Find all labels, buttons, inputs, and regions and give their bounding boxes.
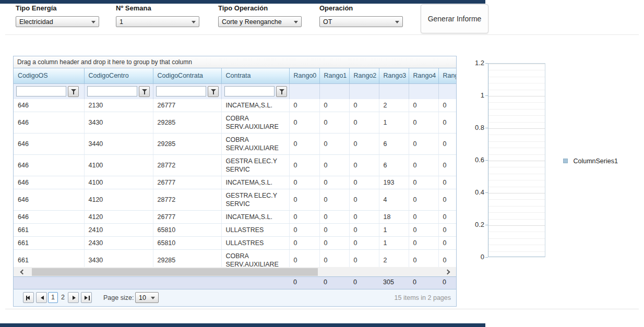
cell: 661 bbox=[14, 250, 84, 268]
column-header-Rango2[interactable]: Rango2 bbox=[349, 68, 379, 83]
filter-cell bbox=[379, 83, 409, 99]
minor-gridline bbox=[488, 167, 545, 167]
group-by-panel[interactable]: Drag a column header and drop it here to… bbox=[14, 56, 456, 68]
minor-gridline bbox=[488, 232, 545, 232]
footer-total-cell: 0 bbox=[319, 277, 349, 287]
filter-input-CodigoCentro[interactable] bbox=[87, 86, 137, 96]
minor-gridline bbox=[488, 180, 545, 180]
minor-gridline bbox=[488, 141, 545, 142]
generate-report-button[interactable]: Generar Informe bbox=[421, 4, 488, 33]
cell: COBRA SERV.AUXILIARE bbox=[221, 250, 289, 268]
table-row[interactable]: 661243065810ULLASTRES000100 bbox=[14, 237, 456, 250]
page-size-select[interactable]: 10 bbox=[135, 292, 159, 303]
table-row[interactable]: 646410028772GESTRA ELEC.Y SERVIC000600 bbox=[14, 155, 456, 176]
table-row[interactable]: 646343029285COBRA SERV.AUXILIARE000100 bbox=[14, 112, 456, 134]
filter-cell bbox=[14, 83, 84, 99]
column-header-Rango1[interactable]: Rango1 bbox=[319, 68, 349, 83]
table-row[interactable]: 646410026777INCATEMA,S.L.00019300 bbox=[14, 176, 456, 189]
minor-gridline bbox=[488, 187, 545, 187]
filter-button-CodigoCentro[interactable] bbox=[139, 86, 150, 97]
horizontal-scrollbar[interactable] bbox=[14, 267, 456, 277]
tipo-energia-select[interactable]: Electricidad bbox=[16, 16, 99, 27]
table-row[interactable]: 646344029285COBRA SERV.AUXILIARE000600 bbox=[14, 134, 456, 155]
y-axis-tick bbox=[485, 225, 488, 225]
first-page-button[interactable] bbox=[23, 292, 34, 303]
next-page-button[interactable] bbox=[68, 292, 79, 303]
cell: 4100 bbox=[84, 155, 153, 176]
cell: 0 bbox=[319, 176, 349, 189]
cell: 6 bbox=[379, 155, 409, 176]
top-accent-bar bbox=[0, 0, 485, 4]
cell: 646 bbox=[14, 155, 84, 176]
filter-button-CodigoContrata[interactable] bbox=[208, 86, 219, 97]
filter-button-CodigoOS[interactable] bbox=[68, 86, 79, 97]
filter-cell bbox=[319, 83, 349, 99]
column-header-CodigoCentro[interactable]: CodigoCentro bbox=[84, 68, 153, 83]
page-button-1[interactable]: 1 bbox=[48, 292, 58, 303]
column-header-Rango3[interactable]: Rango3 bbox=[379, 68, 409, 83]
cell: 0 bbox=[438, 99, 456, 112]
minor-gridline bbox=[488, 115, 545, 116]
minor-gridline bbox=[488, 122, 545, 123]
legend-series-label: ColumnSeries1 bbox=[573, 158, 617, 165]
y-axis-tick bbox=[485, 160, 488, 161]
tipo-operacion-select[interactable]: Corte y Reenganche bbox=[218, 16, 302, 27]
filter-input-CodigoContrata[interactable] bbox=[156, 86, 206, 96]
cell: 28772 bbox=[153, 189, 221, 211]
column-header-Rango5[interactable]: Rango5 bbox=[438, 68, 456, 83]
cell: 0 bbox=[349, 155, 379, 176]
filter-cell bbox=[349, 83, 379, 99]
pager: 1 2 Page size: 10 15 items in 2 pages bbox=[14, 289, 456, 306]
cell: 65810 bbox=[153, 237, 221, 250]
scroll-right-icon[interactable] bbox=[445, 270, 450, 275]
table-row[interactable]: 646412026777INCATEMA,S.L.0001800 bbox=[14, 211, 456, 224]
cell: 646 bbox=[14, 189, 84, 211]
filter-button-Contrata[interactable] bbox=[276, 86, 287, 97]
page-size-label: Page size: bbox=[103, 294, 134, 301]
chart-legend[interactable]: ColumnSeries1 bbox=[563, 156, 618, 163]
filter-input-CodigoOS[interactable] bbox=[16, 86, 66, 96]
cell: ULLASTRES bbox=[221, 237, 289, 250]
filter-cell bbox=[289, 83, 319, 99]
chevron-down-icon bbox=[395, 21, 399, 23]
cell: 646 bbox=[14, 211, 84, 224]
table-row[interactable]: 646412028772GESTRA ELEC.Y SERVIC000400 bbox=[14, 189, 456, 211]
page-button-2[interactable]: 2 bbox=[60, 292, 66, 303]
column-header-Rango4[interactable]: Rango4 bbox=[409, 68, 438, 83]
cell: 0 bbox=[319, 189, 349, 211]
y-axis-tick-label: 0 bbox=[463, 253, 484, 261]
cell: 1 bbox=[379, 112, 409, 134]
cell: 1 bbox=[379, 224, 409, 237]
cell: 26777 bbox=[153, 99, 221, 112]
prev-page-button[interactable] bbox=[36, 292, 47, 303]
scrollbar-thumb[interactable] bbox=[32, 268, 318, 276]
cell: 0 bbox=[349, 250, 379, 268]
minor-gridline bbox=[488, 199, 545, 200]
cell: 0 bbox=[289, 155, 319, 176]
cell: 1 bbox=[379, 237, 409, 250]
last-page-button[interactable] bbox=[81, 292, 92, 303]
cell: 0 bbox=[319, 250, 349, 268]
cell: 0 bbox=[409, 134, 438, 155]
cell: 0 bbox=[349, 224, 379, 237]
chevron-down-icon bbox=[192, 21, 196, 23]
column-header-Rango0[interactable]: Rango0 bbox=[289, 68, 319, 83]
cell: 0 bbox=[319, 224, 349, 237]
scroll-left-icon[interactable] bbox=[20, 270, 26, 275]
cell: ULLASTRES bbox=[221, 224, 289, 237]
column-header-CodigoOS[interactable]: CodigoOS bbox=[14, 68, 84, 83]
num-semana-select[interactable]: 1 bbox=[116, 16, 199, 27]
footer-total-cell: 305 bbox=[379, 277, 409, 287]
table-row[interactable]: 646213026777INCATEMA,S.L.000200 bbox=[14, 99, 456, 112]
filter-input-Contrata[interactable] bbox=[224, 86, 275, 96]
table-row[interactable]: 661343029285COBRA SERV.AUXILIARE000200 bbox=[14, 250, 456, 268]
column-header-Contrata[interactable]: Contrata bbox=[221, 68, 289, 83]
table-row[interactable]: 661241065810ULLASTRES000100 bbox=[14, 224, 456, 237]
operacion-select[interactable]: OT bbox=[319, 16, 403, 27]
cell: 0 bbox=[409, 112, 438, 134]
column-header-CodigoContrata[interactable]: CodigoContrata bbox=[153, 68, 221, 83]
num-semana-label: Nº Semana bbox=[116, 4, 151, 12]
cell: 2430 bbox=[84, 237, 153, 250]
cell: 0 bbox=[349, 211, 379, 224]
cell: 65810 bbox=[153, 224, 221, 237]
